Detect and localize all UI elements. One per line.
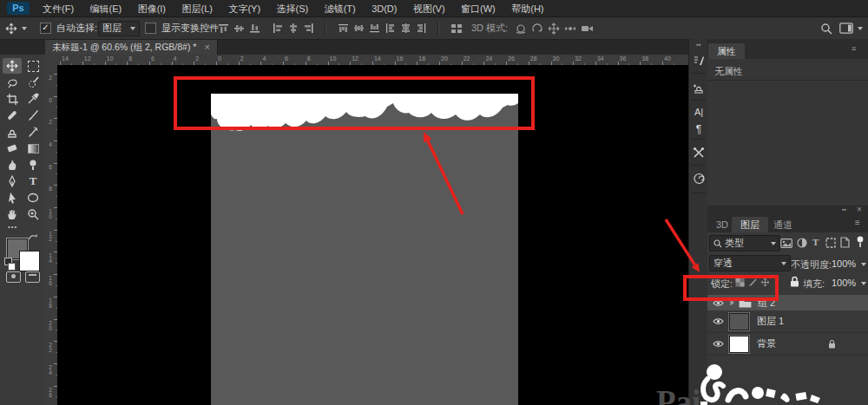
layer-row-layer1[interactable]: 图层 1 [707,310,868,333]
auto-select-checkbox[interactable]: ✓ [40,23,51,34]
tab-close-icon[interactable]: × [204,42,209,52]
visibility-eye-icon[interactable] [713,317,724,325]
distribute-horizontal-centers-button[interactable] [400,23,411,34]
distribute-left-edges-button[interactable] [385,23,396,34]
layer-thumbnail[interactable] [729,336,749,353]
filter-pixel-icon[interactable] [780,238,792,248]
v-ruler[interactable]: 202468101214161820222426 [45,65,58,405]
path-selection-tool[interactable] [3,190,22,206]
type-tool[interactable]: T [23,173,43,189]
history-brush-tool[interactable] [23,124,43,140]
rectangular-marquee-tool[interactable] [23,58,43,74]
document-tab[interactable]: 未标题-1 @ 60.6% (组 2, RGB/8#) *× [45,40,218,55]
3d-zoom-camera-button[interactable] [581,23,595,34]
tool-presets-panel-button[interactable] [689,143,708,162]
canvas-document[interactable] [211,94,518,405]
filter-shape-icon[interactable] [825,238,836,248]
brush-panel-button[interactable] [689,51,708,70]
background-color-swatch[interactable] [19,251,40,271]
3d-slide-button[interactable] [564,23,576,35]
layer-row-group2[interactable]: 组 2 [707,295,868,310]
creative-cloud-panel-button[interactable] [689,169,708,188]
default-colors-icon[interactable] [4,258,16,271]
spot-healing-brush-tool[interactable] [3,108,22,123]
filter-smart-object-icon[interactable] [840,237,850,248]
menu-3d[interactable]: 3D(D) [372,1,397,17]
align-horizontal-centers-button[interactable] [287,23,299,34]
quick-mask-button[interactable] [6,271,21,283]
clone-source-panel-button[interactable] [689,79,708,98]
visibility-eye-icon[interactable] [713,299,724,307]
shape-tool[interactable] [23,190,43,206]
align-right-edges-button[interactable] [303,23,314,34]
clone-stamp-tool[interactable] [3,124,22,140]
move-tool-preset-icon[interactable] [5,17,27,39]
tab-layers[interactable]: 图层 [732,217,768,232]
opacity-value[interactable]: 100% [832,258,856,269]
align-vertical-centers-button[interactable] [233,23,245,34]
edit-toolbar-dots[interactable]: ••• [8,223,17,231]
align-top-edges-button[interactable] [218,23,229,34]
collapse-panels-icon[interactable]: ▪▪ [689,40,708,49]
menu-select[interactable]: 选择(S) [277,1,309,17]
tab-properties[interactable]: 属性 [708,43,745,59]
filter-toggle-icon[interactable] [856,236,865,248]
properties-menu-icon[interactable]: ≡ [852,44,856,53]
screen-mode-button[interactable] [25,271,40,283]
quick-selection-tool[interactable] [23,75,43,90]
menu-type[interactable]: 文字(Y) [228,1,260,17]
auto-select-target[interactable]: 图层 [98,17,140,39]
fill-value[interactable]: 100% [832,278,856,288]
align-left-edges-button[interactable] [272,23,283,34]
search-icon[interactable] [820,23,832,35]
menu-edit[interactable]: 编辑(E) [90,1,122,17]
3d-orbit-button[interactable] [515,23,527,35]
filter-type-icon[interactable]: T [812,237,819,247]
crop-tool[interactable] [3,91,22,107]
menu-image[interactable]: 图像(I) [138,1,166,17]
lock-transparent-icon[interactable] [735,278,745,287]
3d-roll-button[interactable] [531,23,543,35]
layers-menu-icon[interactable]: ≡ [855,218,860,227]
menu-view[interactable]: 视图(V) [413,1,445,17]
group-expander-icon[interactable] [729,299,735,306]
layer-filter-combo[interactable]: 类型 [709,235,780,251]
menu-layer[interactable]: 图层(L) [181,1,212,17]
lock-all-icon[interactable] [790,276,799,287]
distribute-vertical-centers-button[interactable] [353,23,365,34]
smudge-tool[interactable] [3,157,22,173]
lock-position-icon[interactable] [760,278,770,287]
fill-caret[interactable] [861,282,866,285]
layer-row-background[interactable]: 背景 [707,333,868,356]
opacity-caret[interactable] [861,263,866,266]
eraser-tool[interactable] [3,140,22,156]
menu-file[interactable]: 文件(F) [43,1,74,17]
lock-image-icon[interactable] [748,278,758,287]
tab-channels[interactable]: 通道 [765,217,801,232]
visibility-eye-icon[interactable] [713,340,724,348]
workspace-switcher[interactable] [839,23,863,34]
distribute-bottom-edges-button[interactable] [369,23,380,34]
show-transform-checkbox[interactable] [145,23,156,34]
paragraph-panel-button[interactable]: ¶ [689,120,708,139]
lasso-tool[interactable] [3,75,22,90]
menu-filter[interactable]: 滤镜(T) [325,1,356,17]
brush-tool[interactable] [23,108,43,123]
pen-tool[interactable] [3,173,22,189]
blend-mode-combo[interactable]: 穿透 [709,255,791,271]
distribute-right-edges-button[interactable] [416,23,427,34]
swap-colors-icon[interactable] [28,232,40,243]
eyedropper-tool[interactable] [23,91,43,107]
layer-thumbnail[interactable] [729,313,749,330]
character-panel-button[interactable]: A| [689,102,708,121]
filter-adjustment-icon[interactable] [797,238,807,248]
3d-pan-button[interactable] [548,23,560,35]
menu-window[interactable]: 窗口(W) [461,1,496,17]
layers-close-icon[interactable]: × [857,205,862,214]
menu-help[interactable]: 帮助(H) [511,1,543,17]
gradient-tool[interactable] [23,140,43,156]
zoom-tool[interactable] [23,206,43,222]
align-bottom-edges-button[interactable] [249,23,260,34]
distribute-top-edges-button[interactable] [338,23,349,34]
move-tool[interactable] [3,58,22,74]
